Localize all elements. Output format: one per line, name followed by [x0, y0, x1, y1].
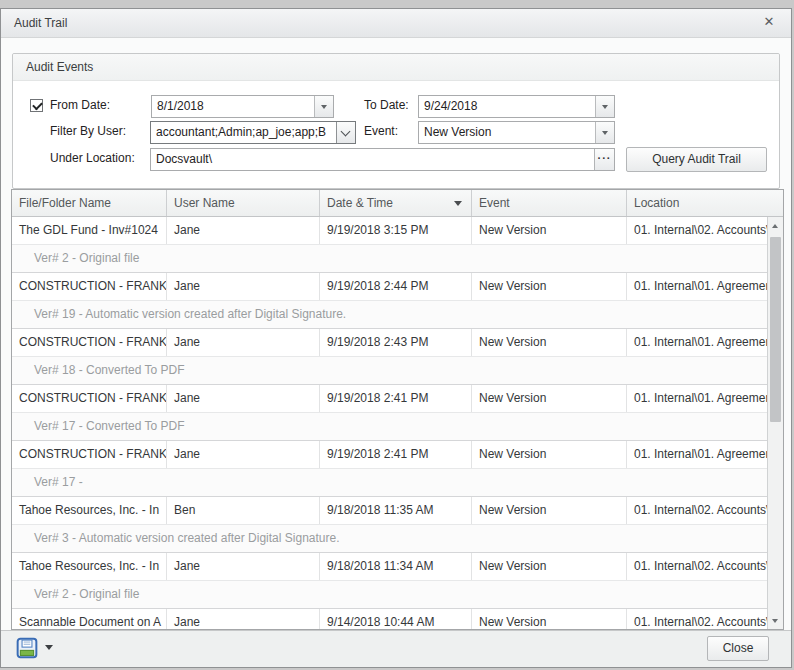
cell-file: Tahoe Resources, Inc. - In [12, 553, 167, 580]
scroll-up-button[interactable] [768, 217, 783, 234]
table-row[interactable]: CONSTRUCTION - FRANKE Jane 9/19/2018 2:4… [12, 329, 767, 357]
cell-user: Jane [167, 385, 320, 412]
cell-event: New Version [472, 553, 627, 580]
save-export-button[interactable] [13, 637, 41, 661]
cell-datetime: 9/19/2018 2:43 PM [320, 329, 472, 356]
to-date-label: To Date: [364, 98, 409, 113]
cell-user: Jane [167, 329, 320, 356]
cell-location: 01. Internal\02. Accounts\ [627, 217, 767, 244]
cell-file: CONSTRUCTION - FRANKE [12, 441, 167, 468]
to-date-dropdown-button[interactable] [595, 96, 614, 117]
row-detail: Ver# 19 - Automatic version created afte… [12, 301, 767, 329]
table-row[interactable]: CONSTRUCTION - FRANKE Jane 9/19/2018 2:4… [12, 273, 767, 301]
under-location-field[interactable]: Docsvault\ ··· [150, 148, 615, 171]
panel-header: Audit Events [13, 54, 779, 81]
cell-event: New Version [472, 385, 627, 412]
column-header-date-time[interactable]: Date & Time [320, 190, 472, 216]
cell-user: Jane [167, 553, 320, 580]
save-icon [15, 637, 39, 659]
dialog-titlebar: Audit Trail ✕ [1, 9, 791, 38]
event-value: New Version [424, 122, 594, 143]
cell-user: Jane [167, 273, 320, 300]
from-date-dropdown-button[interactable] [314, 96, 333, 117]
table-row[interactable]: Tahoe Resources, Inc. - In Ben 9/18/2018… [12, 497, 767, 525]
column-header-location[interactable]: Location [627, 190, 783, 216]
column-header-event[interactable]: Event [472, 190, 627, 216]
cell-file: Scannable Document on A [12, 609, 167, 629]
row-detail: Ver# 2 - Original file [12, 581, 767, 609]
dialog-title: Audit Trail [14, 16, 67, 30]
sort-descending-icon [454, 201, 462, 206]
scrollbar-thumb[interactable] [770, 237, 781, 422]
from-date-label: From Date: [50, 98, 110, 113]
cell-event: New Version [472, 609, 627, 629]
cell-event: New Version [472, 497, 627, 524]
to-date-value: 9/24/2018 [424, 96, 594, 117]
table-row[interactable]: The GDL Fund - Inv#1024 Jane 9/19/2018 3… [12, 217, 767, 245]
cell-location: 01. Internal\02. Accounts\ [627, 609, 767, 629]
cell-file: CONSTRUCTION - FRANKE [12, 273, 167, 300]
cell-event: New Version [472, 273, 627, 300]
row-detail: Ver# 18 - Converted To PDF [12, 357, 767, 385]
cell-file: Tahoe Resources, Inc. - In [12, 497, 167, 524]
event-label: Event: [364, 124, 398, 139]
scroll-down-button[interactable] [768, 612, 783, 629]
audit-grid: File/Folder Name User Name Date & Time E… [11, 189, 784, 630]
table-row[interactable]: Tahoe Resources, Inc. - In Jane 9/18/201… [12, 553, 767, 581]
cell-location: 01. Internal\01. Agreemen [627, 441, 767, 468]
from-date-combo[interactable]: 8/1/2018 [151, 95, 334, 118]
save-dropdown-arrow-icon[interactable] [45, 645, 53, 650]
cell-datetime: 9/19/2018 2:41 PM [320, 385, 472, 412]
cell-datetime: 9/18/2018 11:35 AM [320, 497, 472, 524]
vertical-scrollbar[interactable] [767, 217, 783, 629]
browse-location-button[interactable]: ··· [594, 149, 614, 170]
cell-datetime: 9/19/2018 2:44 PM [320, 273, 472, 300]
chevron-down-icon [321, 105, 327, 109]
cell-user: Ben [167, 497, 320, 524]
cell-datetime: 9/14/2018 10:44 AM [320, 609, 472, 629]
cell-event: New Version [472, 329, 627, 356]
close-icon[interactable]: ✕ [761, 14, 777, 30]
event-combo[interactable]: New Version [418, 121, 615, 144]
cell-location: 01. Internal\01. Agreemen [627, 329, 767, 356]
filter-by-user-dropdown-button[interactable] [336, 122, 355, 143]
cell-location: 01. Internal\01. Agreemen [627, 385, 767, 412]
to-date-combo[interactable]: 9/24/2018 [418, 95, 615, 118]
cell-event: New Version [472, 217, 627, 244]
cell-file: The GDL Fund - Inv#1024 [12, 217, 167, 244]
cell-datetime: 9/19/2018 3:15 PM [320, 217, 472, 244]
cell-event: New Version [472, 441, 627, 468]
chevron-down-icon [341, 126, 351, 136]
table-row[interactable]: CONSTRUCTION - FRANKE Jane 9/19/2018 2:4… [12, 385, 767, 413]
close-button[interactable]: Close [707, 636, 769, 661]
column-header-file-folder-name[interactable]: File/Folder Name [12, 190, 167, 216]
column-header-date-time-label: Date & Time [327, 196, 393, 210]
cell-location: 01. Internal\02. Accounts\ [627, 497, 767, 524]
cell-location: 01. Internal\02. Accounts\ [627, 553, 767, 580]
filter-by-user-combo[interactable]: accountant;Admin;ap_joe;app;B [150, 121, 356, 144]
filter-by-user-label: Filter By User: [50, 124, 126, 139]
dialog-footer: Close [1, 630, 791, 667]
under-location-value: Docsvault\ [156, 149, 594, 170]
cell-user: Jane [167, 441, 320, 468]
table-row[interactable]: CONSTRUCTION - FRANKE Jane 9/19/2018 2:4… [12, 441, 767, 469]
column-header-user-name[interactable]: User Name [167, 190, 320, 216]
triangle-down-icon [772, 619, 778, 623]
cell-datetime: 9/18/2018 11:34 AM [320, 553, 472, 580]
from-date-checkbox[interactable] [30, 99, 43, 112]
audit-trail-dialog: Audit Trail ✕ Audit Events From Date: 8/… [0, 8, 792, 668]
query-audit-trail-button[interactable]: Query Audit Trail [626, 147, 767, 172]
triangle-up-icon [772, 224, 778, 228]
row-detail: Ver# 17 - Converted To PDF [12, 413, 767, 441]
grid-rows: The GDL Fund - Inv#1024 Jane 9/19/2018 3… [12, 217, 767, 629]
table-row[interactable]: Scannable Document on A Jane 9/14/2018 1… [12, 609, 767, 629]
event-dropdown-button[interactable] [595, 122, 614, 143]
cell-file: CONSTRUCTION - FRANKE [12, 385, 167, 412]
under-location-label: Under Location: [50, 151, 135, 166]
row-detail: Ver# 2 - Original file [12, 245, 767, 273]
panel-title: Audit Events [26, 60, 93, 74]
from-date-value: 8/1/2018 [157, 96, 313, 117]
cell-user: Jane [167, 609, 320, 629]
row-detail: Ver# 17 - [12, 469, 767, 497]
chevron-down-icon [602, 131, 608, 135]
